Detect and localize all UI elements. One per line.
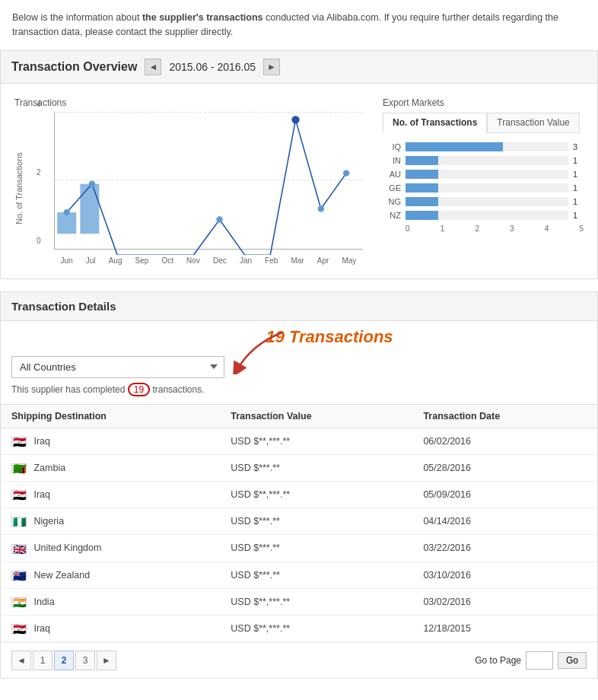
table-row: 🇮🇶 Iraq USD $**,***.** 12/18/2015: [1, 615, 597, 641]
transactions-table: Shipping Destination Transaction Value T…: [1, 404, 597, 643]
cell-value: USD $***.**: [220, 454, 412, 481]
x-label-jul: Jul: [86, 256, 96, 265]
country-name: New Zealand: [33, 570, 90, 581]
next-period-button[interactable]: ►: [263, 59, 280, 75]
table-row: 🇳🇬 Nigeria USD $***.** 04/14/2016: [1, 508, 597, 535]
goto-area: Go to Page Go: [475, 651, 587, 670]
transaction-overview-header: Transaction Overview ◄ 2015.06 - 2016.05…: [0, 50, 598, 84]
cell-value: USD $***.**: [220, 562, 412, 588]
tab-num-transactions[interactable]: No. of Transactions: [383, 113, 487, 133]
country-code-in: IN: [383, 156, 401, 165]
prev-period-button[interactable]: ◄: [145, 59, 161, 75]
export-row-au: AU 1: [383, 170, 584, 179]
y-tick-4: 4: [37, 100, 41, 108]
col-transaction-value: Transaction Value: [220, 404, 412, 428]
svg-point-4: [216, 216, 222, 222]
table-header-row: Shipping Destination Transaction Value T…: [1, 404, 597, 428]
page-buttons: ◄ 1 2 3 ►: [11, 651, 116, 670]
next-page-button[interactable]: ►: [97, 651, 116, 670]
export-row-in: IN 1: [383, 156, 584, 165]
bar-au: [406, 170, 438, 179]
annotation-arrow: [229, 329, 297, 374]
intro-text: Below is the information about the suppl…: [0, 0, 598, 50]
x-label-oct: Oct: [161, 256, 173, 265]
country-name: Zambia: [33, 463, 65, 473]
x-label-dec: Dec: [213, 256, 227, 265]
completed-text: This supplier has completed 19 transacti…: [11, 383, 587, 396]
line-chart-svg: [54, 113, 363, 255]
cell-country: 🇳🇬 Nigeria: [1, 508, 220, 535]
bar-ge: [406, 183, 438, 192]
cell-country: 🇳🇿 New Zealand: [1, 562, 220, 588]
chart-title: Transactions: [14, 97, 363, 108]
goto-input[interactable]: [526, 651, 553, 670]
bar-iq: [406, 142, 503, 151]
export-row-iq: IQ 3: [383, 142, 584, 151]
page-btn-3[interactable]: 3: [75, 651, 95, 670]
cell-date: 04/14/2016: [412, 508, 597, 535]
bar-wrap-au: [406, 170, 568, 179]
count-ng: 1: [573, 197, 584, 206]
y-tick-2: 2: [37, 168, 41, 177]
export-markets-title: Export Markets: [383, 97, 584, 108]
cell-value: USD $**,***.**: [220, 588, 412, 615]
x-label-apr: Apr: [317, 256, 329, 265]
col-transaction-date: Transaction Date: [412, 404, 597, 428]
bar-wrap-nz: [406, 211, 568, 220]
cell-value: USD $**,***.**: [220, 481, 412, 508]
page-btn-2[interactable]: 2: [54, 651, 74, 670]
pagination-row: ◄ 1 2 3 ► Go to Page Go: [1, 642, 597, 678]
cell-date: 03/10/2016: [412, 562, 597, 588]
y-axis-label: No. of Transactions: [14, 113, 28, 265]
country-code-ng: NG: [383, 197, 401, 206]
cell-country: 🇿🇲 Zambia: [1, 454, 220, 481]
chart-area: No. of Transactions 4 2 0: [14, 113, 363, 265]
chart-inner: 4 2 0: [31, 113, 363, 265]
transactions-chart: Transactions No. of Transactions 4 2 0: [8, 91, 369, 271]
export-row-nz: NZ 1: [383, 211, 584, 220]
export-row-ng: NG 1: [383, 197, 584, 206]
svg-point-6: [318, 205, 324, 212]
date-range: 2015.06 - 2016.05: [169, 61, 256, 73]
col-shipping-destination: Shipping Destination: [1, 404, 220, 428]
flag-icon: 🇮🇳: [11, 597, 27, 607]
prev-page-button[interactable]: ◄: [11, 651, 31, 670]
bar-nz: [406, 211, 438, 220]
go-button[interactable]: Go: [558, 652, 587, 669]
tab-transaction-value[interactable]: Transaction Value: [487, 113, 579, 133]
country-name: India: [33, 597, 54, 607]
flag-icon: 🇳🇿: [11, 571, 27, 581]
charts-row: Transactions No. of Transactions 4 2 0: [0, 84, 598, 279]
flag-icon: 🇳🇬: [11, 517, 27, 527]
table-row: 🇳🇿 New Zealand USD $***.** 03/10/2016: [1, 562, 597, 588]
overview-title: Transaction Overview: [11, 60, 137, 74]
cell-country: 🇮🇶 Iraq: [1, 615, 220, 641]
x-label-jan: Jan: [240, 256, 252, 265]
export-x-axis: 0 1 2 3 4 5: [383, 224, 584, 233]
transaction-details-section: Transaction Details 19 Transactions All …: [0, 291, 598, 679]
cell-value: USD $**,***.**: [220, 428, 412, 454]
cell-date: 06/02/2016: [412, 428, 597, 454]
cell-country: 🇬🇧 United Kingdom: [1, 535, 220, 562]
cell-value: USD $***.**: [220, 508, 412, 535]
cell-date: 03/02/2016: [412, 588, 597, 615]
bar-wrap-ge: [406, 183, 568, 192]
svg-rect-0: [57, 212, 76, 234]
cell-date: 03/22/2016: [412, 535, 597, 562]
table-row: 🇿🇲 Zambia USD $***.** 05/28/2016: [1, 454, 597, 481]
flag-icon: 🇮🇶: [11, 490, 27, 500]
filter-row: All Countries Iraq Zambia Nigeria United…: [1, 348, 597, 404]
country-filter-select[interactable]: All Countries Iraq Zambia Nigeria United…: [11, 356, 224, 378]
export-tabs: No. of Transactions Transaction Value: [383, 113, 584, 133]
export-markets: Export Markets No. of Transactions Trans…: [377, 91, 590, 271]
country-code-ge: GE: [383, 183, 401, 192]
country-name: Iraq: [33, 436, 50, 447]
page-btn-1[interactable]: 1: [33, 651, 52, 670]
country-name: Iraq: [33, 623, 50, 634]
transaction-count-highlight: 19: [128, 383, 150, 396]
svg-point-3: [89, 180, 95, 186]
cell-date: 12/18/2015: [412, 615, 597, 641]
details-title: Transaction Details: [11, 300, 587, 313]
bar-wrap-in: [406, 156, 568, 165]
table-row: 🇮🇶 Iraq USD $**,***.** 06/02/2016: [1, 428, 597, 454]
